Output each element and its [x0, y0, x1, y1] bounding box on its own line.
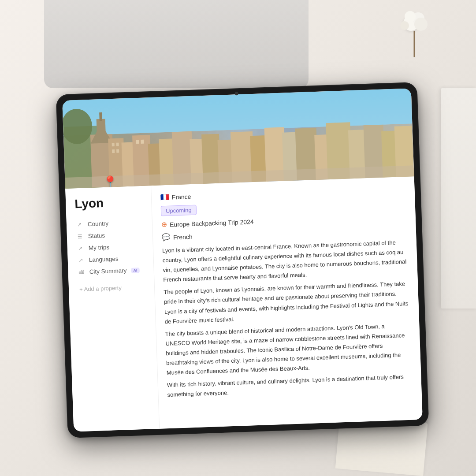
status-badge[interactable]: Upcoming — [161, 205, 197, 216]
sidebar-item-languages[interactable]: ↗ Languages — [74, 253, 146, 266]
country-name: France — [172, 193, 191, 201]
content-area: Lyon ↗ Country ☰ Status ↗ My trips — [65, 176, 423, 431]
description-para-3: The city boasts a unique blend of histor… — [165, 321, 412, 378]
sidebar-label-status: Status — [88, 232, 105, 239]
notebook-decoration — [441, 88, 476, 309]
tablet-screen: 📍 Lyon ↗ Country ☰ Status — [62, 88, 423, 431]
sidebar-item-mytrips[interactable]: ↗ My trips — [74, 241, 146, 254]
svg-rect-32 — [141, 140, 144, 144]
sidebar-label-citysummary: City Summary — [89, 267, 126, 275]
tablet: 📍 Lyon ↗ Country ☰ Status — [56, 82, 429, 438]
country-flag: 🇫🇷 — [160, 193, 170, 202]
page-title: Lyon — [73, 195, 145, 212]
list-icon-status: ☰ — [78, 233, 85, 240]
svg-rect-28 — [116, 143, 119, 146]
city-skyline — [62, 88, 414, 189]
arrow-icon-trips: ↗ — [78, 245, 86, 252]
cotton-decoration — [388, 9, 441, 62]
city-description: Lyon is a vibrant city located in east-c… — [162, 238, 413, 400]
svg-rect-27 — [112, 143, 115, 146]
building-icon: 🏙 — [78, 269, 86, 275]
map-pin-icon: 📍 — [102, 175, 118, 189]
sidebar-label-country: Country — [88, 220, 109, 228]
sidebar-item-country[interactable]: ↗ Country — [74, 217, 145, 231]
description-para-1: Lyon is a vibrant city located in east-c… — [162, 238, 409, 285]
ai-badge: AI — [131, 268, 139, 273]
svg-rect-0 — [63, 88, 412, 136]
svg-rect-6 — [99, 112, 102, 121]
svg-rect-29 — [112, 149, 115, 153]
sidebar: Lyon ↗ Country ☰ Status ↗ My trips — [65, 186, 160, 431]
sidebar-item-citysummary[interactable]: 🏙 City Summary AI — [75, 264, 147, 278]
description-para-2: The people of Lyon, known as Lyonnais, a… — [164, 279, 410, 327]
add-property-label: + Add a property — [79, 285, 122, 293]
trip-icon: ⊕ — [161, 220, 167, 229]
hero-image: 📍 — [62, 88, 414, 189]
sidebar-label-mytrips: My trips — [89, 244, 110, 252]
arrow-icon-country: ↗ — [77, 221, 85, 228]
trip-value[interactable]: ⊕ Europe Backpacking Trip 2024 — [161, 217, 254, 229]
sidebar-label-languages: Languages — [89, 256, 119, 263]
laptop-decoration — [44, 0, 309, 88]
chat-icon: 💬 — [162, 233, 171, 242]
arrow-icon-languages: ↗ — [78, 257, 86, 264]
svg-rect-30 — [116, 149, 119, 153]
main-content[interactable]: 🇫🇷 France Upcoming ⊕ Europe Backpacking … — [151, 176, 423, 428]
add-property-button[interactable]: + Add a property — [76, 282, 148, 295]
language-name: French — [173, 233, 193, 241]
country-value: 🇫🇷 France — [160, 192, 191, 201]
sidebar-item-status[interactable]: ☰ Status — [74, 229, 145, 242]
language-value: 💬 French — [162, 232, 193, 242]
svg-rect-31 — [136, 140, 139, 144]
tablet-frame: 📍 Lyon ↗ Country ☰ Status — [56, 82, 429, 438]
trip-name: Europe Backpacking Trip 2024 — [170, 218, 254, 228]
